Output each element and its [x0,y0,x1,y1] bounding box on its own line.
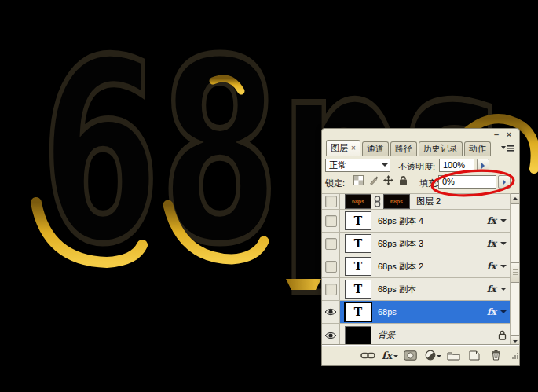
link-icon [373,196,382,207]
panel-menu-icon[interactable] [500,144,514,153]
resize-grip[interactable] [510,348,519,362]
text-layer-thumbnail[interactable]: T [345,280,371,299]
layer-row-selected[interactable]: T 68ps fx [322,301,510,324]
layer-row[interactable]: T 68ps 副本 4 fx [322,210,510,233]
fx-chevron-down-icon[interactable] [500,265,507,271]
scroll-up-button[interactable] [511,193,520,204]
layer-name: 68ps 副本 2 [378,261,423,273]
layer-row[interactable]: T 68ps 副本 fx [322,278,510,301]
layer-effects-fx[interactable]: fx [487,284,496,295]
layer-row[interactable]: T 68ps 副本 3 fx [322,233,510,255]
layer-effects-fx[interactable]: fx [487,261,496,272]
text-layer-thumbnail[interactable]: T [345,257,371,276]
opacity-input[interactable]: 100% [439,159,474,172]
layer-effects-fx[interactable]: fx [487,238,496,249]
eye-icon[interactable] [324,308,337,316]
text-layer-thumbnail[interactable]: T [345,234,371,253]
opacity-label: 不透明度: [398,161,435,173]
lock-icon [498,330,507,340]
visibility-toggle[interactable] [322,324,340,346]
visibility-toggle[interactable] [322,278,340,300]
visibility-empty-box[interactable] [325,238,337,250]
layer-name: 68ps 副本 4 [378,215,423,227]
tab-paths[interactable]: 路径 [390,141,417,156]
layer-controls: 正常 不透明度: 100% 锁定: [322,156,519,194]
lock-transparency-icon[interactable] [353,175,364,185]
fill-slider-button[interactable] [498,175,511,189]
tab-close-icon[interactable]: × [351,144,356,152]
layer-name: 68ps 副本 3 [378,238,423,250]
link-layers-button[interactable] [360,348,375,362]
visibility-toggle[interactable] [322,255,340,277]
layer-mask-thumbnail[interactable]: 68ps [383,194,410,209]
layer-row[interactable]: 68ps 68ps 图层 2 [322,194,510,210]
layer-list: 68ps 68ps 图层 2 T 68ps 副本 4 fx [322,193,519,347]
lock-position-icon[interactable] [383,175,393,185]
tab-history[interactable]: 历史记录 [419,141,463,156]
panel-toolbar: fx [322,344,519,365]
layer-name: 68ps 副本 [378,284,416,295]
layer-list-scrollbar[interactable] [510,193,519,346]
panel-tabs: 图层× 通道 路径 历史记录 动作 [322,140,519,156]
delete-layer-button[interactable] [489,348,503,362]
new-group-button[interactable] [446,348,461,362]
eye-icon[interactable] [324,332,337,339]
tab-layers[interactable]: 图层× [326,140,360,156]
visibility-toggle[interactable] [322,194,340,209]
layer-name: 图层 2 [416,196,441,207]
new-layer-button[interactable] [467,348,482,362]
fx-chevron-down-icon[interactable] [500,288,507,294]
add-layer-mask-button[interactable] [403,348,418,362]
chevron-down-icon [382,163,388,170]
layer-thumbnail[interactable]: 68ps [345,194,371,209]
layers-panel: – × 图层× 通道 路径 历史记录 动作 正常 不透明度: 100% 锁定: [321,128,520,366]
new-adjustment-layer-button[interactable] [425,348,441,362]
fx-chevron-down-icon[interactable] [500,219,507,225]
visibility-toggle[interactable] [322,301,340,323]
visibility-toggle[interactable] [322,210,340,232]
opacity-slider-button[interactable] [477,159,489,172]
fill-label: 填充: [419,178,439,189]
fill-input[interactable]: 0% [438,175,496,189]
close-button[interactable]: × [504,130,514,140]
visibility-empty-box[interactable] [325,215,337,227]
layer-name: 68ps [378,307,397,317]
visibility-toggle[interactable] [322,233,340,255]
scrollbar-thumb[interactable] [511,262,520,283]
tab-channels[interactable]: 通道 [362,141,389,156]
panel-titlebar[interactable]: – × [322,129,519,141]
text-layer-thumbnail[interactable]: T [345,302,371,321]
fx-chevron-down-icon[interactable] [500,310,507,317]
lock-label: 锁定: [325,178,345,189]
layer-row[interactable]: 背景 [322,324,510,346]
fx-chevron-down-icon[interactable] [500,242,507,248]
lock-all-icon[interactable] [398,175,408,185]
background-thumbnail[interactable] [345,326,371,345]
visibility-empty-box[interactable] [325,284,337,295]
add-layer-style-button[interactable]: fx [382,348,398,362]
gold-p-descender [286,279,321,290]
layer-row[interactable]: T 68ps 副本 2 fx [322,255,510,278]
visibility-empty-box[interactable] [325,196,337,207]
text-layer-thumbnail[interactable]: T [345,211,371,230]
photoshop-workspace: 68ps – × 图层× 通道 路径 历史记录 动作 正常 [0,0,538,392]
layer-effects-fx[interactable]: fx [487,215,496,226]
tab-actions[interactable]: 动作 [464,141,491,156]
blend-mode-select[interactable]: 正常 [325,159,390,172]
visibility-empty-box[interactable] [325,261,337,273]
layer-effects-fx[interactable]: fx [487,306,496,317]
lock-pixels-brush-icon[interactable] [368,175,379,185]
layer-name: 背景 [378,329,395,341]
minimize-button[interactable]: – [492,130,501,140]
